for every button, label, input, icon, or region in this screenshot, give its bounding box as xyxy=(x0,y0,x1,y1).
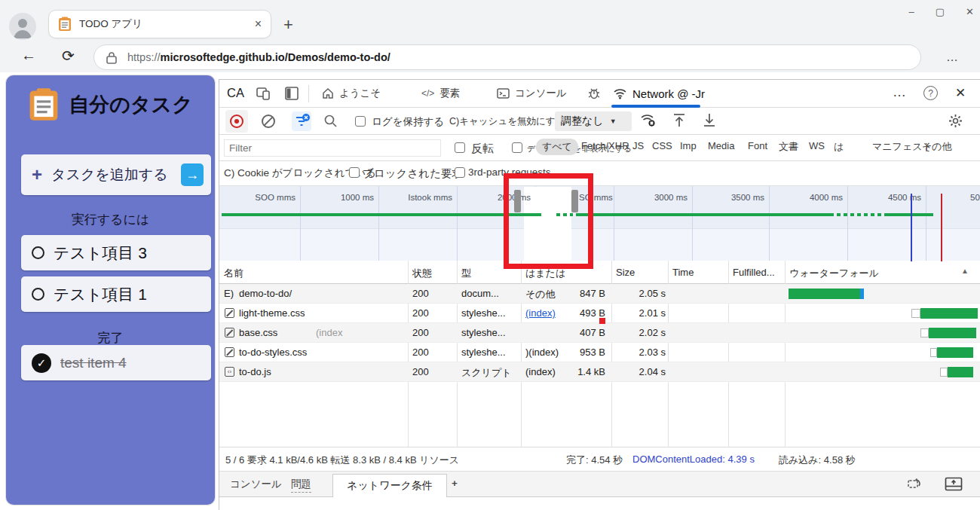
filter-pill[interactable]: Imp xyxy=(680,140,697,151)
tab-close-icon[interactable]: × xyxy=(255,17,262,31)
unchecked-circle-icon[interactable] xyxy=(32,288,44,301)
back-button[interactable]: ← xyxy=(21,47,36,64)
waterfall-wait-box xyxy=(920,328,929,337)
sort-arrow-icon[interactable]: ▲ xyxy=(961,267,969,275)
col-type[interactable]: 型 xyxy=(461,267,471,280)
col-size[interactable]: Size xyxy=(616,267,635,278)
todo-item[interactable]: テスト項目 3 xyxy=(21,235,211,270)
request-table: 名前 状態 型 はまたは Size Time Fulfilled... ウォータ… xyxy=(219,261,980,447)
domcontentloaded-time[interactable]: DOMContentLoaded: 4.39 s xyxy=(632,454,755,465)
filter-pill[interactable]: JS xyxy=(632,140,644,151)
filter-icon[interactable] xyxy=(292,111,311,131)
table-row[interactable]: ‹› to-do.js 200 スクリプト (index) 1.4 kB 2.0… xyxy=(219,362,980,382)
url-bar[interactable]: https://microsoftedge.github.io/Demos/de… xyxy=(93,44,921,70)
table-row[interactable]: base.css (index 200 styleshe... 407 B 2.… xyxy=(219,323,980,343)
tab-welcome[interactable]: ようこそ xyxy=(322,80,381,107)
checked-circle-icon[interactable]: ✓ xyxy=(32,353,51,373)
invert-checkbox[interactable] xyxy=(455,142,465,153)
filter-pill[interactable]: WS xyxy=(809,140,825,151)
stylesheet-icon xyxy=(225,308,234,318)
search-icon[interactable] xyxy=(323,114,338,128)
filter-pill[interactable]: その他 xyxy=(922,140,952,154)
clipboard-icon xyxy=(58,17,72,32)
tab-elements[interactable]: </> 要素 xyxy=(421,80,460,107)
filter-pill[interactable]: Fetch/XHR xyxy=(581,140,629,151)
waterfall-bar xyxy=(920,308,978,319)
import-har-icon[interactable] xyxy=(702,112,717,129)
preserve-log-checkbox[interactable] xyxy=(355,116,366,127)
dock-side-icon[interactable] xyxy=(284,86,299,101)
request-initiator-link[interactable]: (index) xyxy=(525,307,556,319)
reload-button[interactable]: ⟳ xyxy=(62,47,75,65)
col-waterfall[interactable]: ウォーターフォール xyxy=(789,267,879,280)
col-fulfilled[interactable]: Fulfilled... xyxy=(733,267,775,278)
drawer-tab-network-conditions[interactable]: ネットワーク条件 xyxy=(332,474,447,497)
filter-pill[interactable]: Font xyxy=(748,140,767,151)
table-row[interactable]: to-do-styles.css 200 styleshe... )(index… xyxy=(219,343,980,362)
tab-console[interactable]: コンソール xyxy=(497,80,567,107)
hide-data-urls-checkbox[interactable] xyxy=(512,142,522,153)
browser-more-menu[interactable]: … xyxy=(946,50,959,64)
browser-tab[interactable]: TODO アプリ × xyxy=(48,10,271,38)
drawer-tab-console[interactable]: コンソール xyxy=(230,478,282,491)
filter-input[interactable] xyxy=(224,139,441,157)
request-size: 847 B xyxy=(559,288,605,299)
filter-pill[interactable]: は xyxy=(834,140,844,154)
blocked-requests-checkbox[interactable] xyxy=(349,167,360,178)
clear-icon[interactable] xyxy=(262,115,275,128)
window-maximize-icon[interactable]: ▢ xyxy=(936,6,945,17)
third-party-checkbox[interactable] xyxy=(455,167,465,178)
col-time[interactable]: Time xyxy=(672,267,694,278)
tab-network[interactable]: Network @ -Jr xyxy=(613,80,705,107)
drawer-add-tab-button[interactable]: + xyxy=(452,478,458,489)
network-overview-timeline[interactable]: SOO mms 1000 ms Istook mms 2000 ms SO mm… xyxy=(219,185,980,261)
filter-pill[interactable]: CSS xyxy=(652,140,672,151)
add-task-card[interactable]: + タスクを追加する → xyxy=(21,154,211,195)
devtools-close-icon[interactable]: ✕ xyxy=(955,85,966,101)
request-status: 200 xyxy=(412,327,429,338)
new-tab-button[interactable]: + xyxy=(283,15,293,35)
timeline-tick: 3500 ms xyxy=(731,193,764,202)
drawer-tab-issues[interactable]: 問題 xyxy=(291,478,311,493)
gear-icon[interactable] xyxy=(948,113,963,129)
window-close-icon[interactable]: ✕ xyxy=(966,6,974,17)
unchecked-circle-icon[interactable] xyxy=(32,246,44,259)
filter-pill[interactable]: 文書 xyxy=(779,140,798,154)
todo-item[interactable]: テスト項目 1 xyxy=(21,276,211,312)
todo-app-panel: 自分のタスク + タスクを追加する → 実行するには テスト項目 3 テスト項目… xyxy=(6,75,215,505)
table-row[interactable]: E) demo-to-do/ 200 docum... その他 847 B 2.… xyxy=(219,284,980,304)
invert-label: 反転 xyxy=(471,142,494,156)
submit-task-button[interactable]: → xyxy=(181,163,204,186)
network-conditions-icon[interactable] xyxy=(640,113,657,128)
filter-pill[interactable]: Media xyxy=(708,140,734,151)
request-status: 200 xyxy=(412,288,429,299)
waterfall-bar-tip xyxy=(860,289,864,299)
disable-cache-label[interactable]: C)キャッシュを無効にする xyxy=(449,115,565,128)
device-emulation-icon[interactable] xyxy=(256,86,271,101)
help-icon[interactable]: ? xyxy=(923,86,938,100)
wifi-icon xyxy=(613,87,627,99)
filter-pill-all[interactable]: すべて xyxy=(536,139,578,155)
request-name: base.css xyxy=(239,327,277,338)
chevron-down-icon: ▼ xyxy=(610,118,617,125)
table-header-row: 名前 状態 型 はまたは Size Time Fulfilled... ウォータ… xyxy=(219,261,980,284)
stylesheet-icon xyxy=(225,347,234,357)
export-har-icon[interactable] xyxy=(672,112,687,129)
request-type: styleshe... xyxy=(461,307,506,319)
todo-header: 自分のタスク xyxy=(6,87,215,122)
inspect-element-icon[interactable]: CA xyxy=(227,86,244,100)
done-item[interactable]: ✓ test item 4 xyxy=(21,345,211,380)
script-icon: ‹› xyxy=(225,367,234,377)
col-status[interactable]: 状態 xyxy=(412,267,432,280)
drawer-expand-icon[interactable] xyxy=(945,477,963,491)
drawer-dock-icon[interactable] xyxy=(907,477,923,490)
bug-icon[interactable] xyxy=(587,87,601,100)
blocked-requests-label: ブロックされた要求 xyxy=(363,166,463,181)
throttling-select[interactable]: 調整なし ▼ xyxy=(555,111,632,131)
devtools-more-icon[interactable]: … xyxy=(893,84,906,100)
devtools-tab-bar: CA ようこそ </> 要素 コンソール xyxy=(219,80,980,108)
request-type: docum... xyxy=(461,288,499,299)
col-name[interactable]: 名前 xyxy=(224,267,243,280)
window-minimize-icon[interactable]: – xyxy=(909,6,914,17)
profile-avatar[interactable] xyxy=(9,13,36,40)
